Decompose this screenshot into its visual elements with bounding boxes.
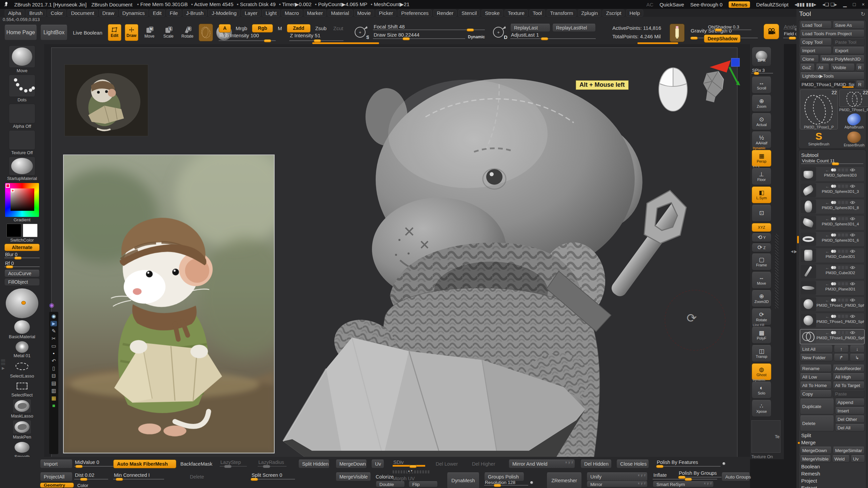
merge-visible-bottom-button[interactable]: MergeVisible — [336, 472, 371, 481]
subtool-thumbnail[interactable] — [801, 330, 816, 344]
lightbox-button[interactable]: LightBox — [40, 25, 67, 40]
current-stroke-slot[interactable] — [9, 75, 35, 97]
rf-slider[interactable]: Rf 0 — [4, 261, 40, 269]
goz-visible-button[interactable]: Visible — [830, 64, 855, 71]
default-zscript-button[interactable]: DefaultZScript — [756, 2, 788, 7]
split-screen-slider[interactable]: Split Screen 0 — [251, 472, 295, 481]
polish-by-features-slider[interactable]: Polish By Features — [656, 460, 721, 468]
blur-slider[interactable]: Blur 0 — [4, 252, 40, 260]
lazystep-slider[interactable]: LazyStep — [220, 460, 247, 468]
visibility-eye-icon[interactable] — [850, 314, 855, 318]
shelf-tool-button[interactable]: ∴ Xpose — [752, 400, 771, 417]
pin-icon[interactable]: ◉ — [49, 302, 54, 309]
ac-toggle[interactable]: AC — [646, 2, 653, 7]
move-into-button[interactable]: ↳ — [850, 354, 865, 361]
subtool-back-icon[interactable]: ← — [825, 233, 829, 238]
paste-tool-button[interactable]: Paste Tool — [833, 38, 865, 46]
metal-material-thumb[interactable] — [16, 341, 28, 353]
double-toggle[interactable]: Double — [376, 481, 405, 487]
merge-similar-button[interactable]: MergeSimilar — [833, 447, 865, 454]
delete-loops-button[interactable]: Delete — [190, 474, 204, 480]
sdiv-scrub-strip[interactable] — [393, 470, 430, 473]
see-through-slider[interactable]: See-through 0 — [690, 2, 723, 7]
rename-button[interactable]: Rename — [800, 365, 832, 372]
close-button[interactable]: × — [862, 2, 865, 7]
extract-section-header[interactable]: Extract — [800, 484, 865, 488]
menu-item[interactable]: J-Modeling — [208, 9, 240, 17]
bpr-render-button[interactable]: BPR — [752, 47, 771, 66]
auto-reorder-button[interactable]: AutoReorder — [833, 365, 865, 372]
smart-resym-button[interactable]: Smart ReSymx y z — [653, 481, 714, 487]
eye-icon[interactable]: ◉ — [52, 313, 56, 319]
axis-gizmo[interactable] — [707, 58, 741, 86]
all-high-button[interactable]: All High — [833, 373, 865, 381]
subtool-back-icon[interactable]: ← — [825, 330, 829, 335]
make-polymesh3d-button[interactable]: Make PolyMesh3D — [820, 55, 865, 63]
pencil-icon[interactable]: ✎ — [52, 328, 56, 334]
shelf-tool-button[interactable]: ⊕ Zoom3D — [752, 290, 771, 307]
current-tool-name-field[interactable]: PM3D_TPose1_PM3D_Sphere — [800, 81, 855, 88]
weld-button[interactable]: Weld — [832, 455, 850, 463]
visibility-eye-icon[interactable] — [850, 282, 855, 286]
replay-last-button[interactable]: ReplayLast — [510, 24, 550, 32]
shelf-tool-button[interactable]: ⇔ Move — [752, 272, 771, 289]
adjust-last-slider[interactable]: AdjustLast 1 — [510, 32, 596, 41]
color-a-chip[interactable]: A — [219, 24, 231, 33]
dist-slider[interactable]: Dist 0.02 — [74, 472, 108, 481]
menu-item[interactable]: Color — [47, 9, 66, 17]
shelf-scrollbar[interactable] — [775, 234, 778, 308]
subtool-back-icon[interactable]: ← — [825, 168, 829, 172]
current-brush-thumbnail[interactable] — [199, 24, 213, 41]
duplicate-button[interactable]: Duplicate — [800, 399, 834, 414]
shelf-tool-button[interactable]: ⊙ Actual — [752, 113, 771, 130]
select-lasso-thumb[interactable] — [12, 360, 32, 373]
menus-toggle[interactable]: Menus — [729, 1, 750, 8]
lazyradius-slider[interactable]: LazyRadius — [258, 460, 287, 468]
document-canvas[interactable]: ◉ ◉►✎✂▭•↶▯⊟▤▥▦■ Alt + Mouse left ⟳ — [44, 44, 750, 459]
dynamic-draw-size-toggle[interactable]: Dynamic — [468, 35, 485, 41]
rgb-intensity-slider[interactable]: Rgb Intensity 100 — [219, 33, 276, 43]
menu-item[interactable]: Tool — [529, 9, 546, 17]
window-stack-icon[interactable]: ◂❏ ❏▸ — [823, 2, 837, 7]
minimize-button[interactable]: ▁ — [843, 2, 847, 7]
load-tools-from-project-button[interactable]: Load Tools From Project — [800, 30, 865, 37]
remesh-section-header[interactable]: Remesh — [800, 470, 865, 477]
polypaint-icon[interactable] — [831, 250, 836, 253]
split-section-header[interactable]: Split — [800, 431, 865, 439]
menu-item[interactable]: Material — [328, 9, 352, 17]
copy-tool-button[interactable]: Copy Tool — [800, 38, 832, 46]
divider-collapse-icon[interactable]: ◂▮▮▮ ▮▮▮▸ — [794, 2, 816, 7]
copy-icon[interactable]: ▥ — [51, 388, 56, 393]
visibility-eye-icon[interactable] — [850, 184, 855, 188]
move-out-button[interactable]: ↱ — [834, 354, 849, 361]
draw-size-slider[interactable]: Draw Size 80.22444 — [373, 32, 465, 41]
visibility-eye-icon[interactable] — [850, 298, 855, 302]
uv-bottom-button[interactable]: Uv — [371, 460, 384, 468]
zremesher-button[interactable]: ZRemesher — [547, 472, 582, 488]
subtool-thumbnail[interactable] — [801, 313, 816, 327]
subtool-row[interactable]: ← PM3D_Sphere3D1_8 — [800, 199, 865, 214]
menu-item[interactable]: Render — [433, 9, 457, 17]
all-to-target-button[interactable]: All To Target — [833, 382, 865, 389]
camera-view-button[interactable] — [764, 24, 779, 39]
sdiv-slider[interactable]: SDiv — [393, 460, 425, 468]
paste-subtool-button[interactable]: Paste — [833, 390, 865, 398]
unify-button[interactable]: Unifyx y z — [587, 472, 648, 481]
menu-item[interactable]: Picker — [376, 9, 397, 17]
save-as-button[interactable]: Save As — [833, 21, 865, 29]
new-folder-button[interactable]: New Folder — [800, 354, 833, 361]
goz-r-button[interactable]: R — [856, 64, 865, 71]
shelf-tool-button[interactable]: ⊕ Zoom — [752, 95, 771, 112]
subtool-thumbnail[interactable] — [801, 183, 816, 197]
colorize-toggle[interactable]: Colorize — [376, 474, 394, 480]
subtool-thumbnail[interactable] — [801, 167, 816, 181]
menu-item[interactable]: Macro — [281, 9, 302, 17]
subtool-back-icon[interactable]: ← — [825, 265, 829, 270]
z-intensity-slider[interactable]: Z Intensity 51 — [289, 33, 343, 43]
backface-mask-toggle[interactable]: BackfaceMask — [180, 461, 212, 467]
draw-button[interactable]: Draw — [125, 24, 138, 41]
polypaint-icon[interactable] — [831, 315, 836, 318]
move-gizmo-button[interactable]: M Move — [142, 25, 157, 40]
subtool-back-icon[interactable]: ← — [825, 282, 829, 286]
shelf-tool-button[interactable]: ⟳ Rotate — [752, 308, 771, 325]
